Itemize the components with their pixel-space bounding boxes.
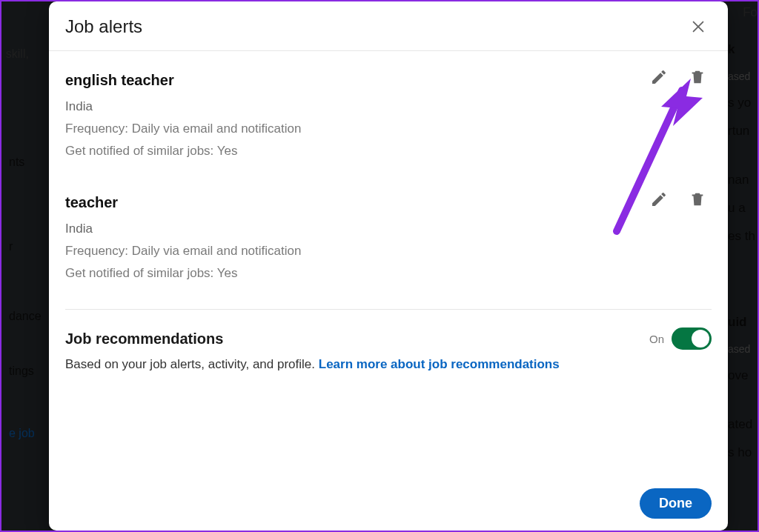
alert-similar-jobs: Get notified of similar jobs: Yes <box>65 144 712 159</box>
modal-title: Job alerts <box>65 16 142 37</box>
recommendations-row: Job recommendations On <box>65 323 712 357</box>
recommendations-description: Based on your job alerts, activity, and … <box>65 357 712 372</box>
alert-location: India <box>65 99 712 114</box>
pencil-icon <box>650 68 668 86</box>
trash-icon <box>689 191 706 207</box>
job-alert-item: english teacher India Frequency: Daily v… <box>65 59 712 181</box>
alert-actions <box>648 188 709 210</box>
pencil-icon <box>650 190 668 208</box>
recommendations-title: Job recommendations <box>65 330 223 348</box>
recommendations-toggle-wrap: On <box>649 327 712 350</box>
job-alert-item: teacher India Frequency: Daily via email… <box>65 181 712 303</box>
done-button[interactable]: Done <box>640 488 712 519</box>
modal-footer: Done <box>49 478 728 531</box>
recommendations-text: Based on your job alerts, activity, and … <box>65 357 319 371</box>
recommendations-toggle[interactable] <box>672 327 712 350</box>
toggle-state-label: On <box>649 333 664 345</box>
alert-title: teacher <box>65 194 712 211</box>
modal-body: english teacher India Frequency: Daily v… <box>49 51 728 478</box>
edit-alert-button[interactable] <box>648 188 670 210</box>
alert-similar-jobs: Get notified of similar jobs: Yes <box>65 266 712 281</box>
job-alerts-modal: Job alerts english teacher India Frequen… <box>49 1 728 531</box>
edit-alert-button[interactable] <box>648 66 670 88</box>
alert-title: english teacher <box>65 72 712 89</box>
alert-location: India <box>65 222 712 236</box>
close-icon <box>690 19 706 35</box>
modal-header: Job alerts <box>49 1 728 51</box>
alert-frequency: Frequency: Daily via email and notificat… <box>65 244 712 259</box>
delete-alert-button[interactable] <box>686 66 709 88</box>
trash-icon <box>689 69 706 85</box>
learn-more-link[interactable]: Learn more about job recommendations <box>319 357 560 371</box>
toggle-knob <box>692 330 709 348</box>
alert-frequency: Frequency: Daily via email and notificat… <box>65 122 712 136</box>
alert-actions <box>648 66 709 88</box>
close-button[interactable] <box>685 13 712 40</box>
delete-alert-button[interactable] <box>686 188 709 210</box>
section-divider <box>65 309 712 310</box>
